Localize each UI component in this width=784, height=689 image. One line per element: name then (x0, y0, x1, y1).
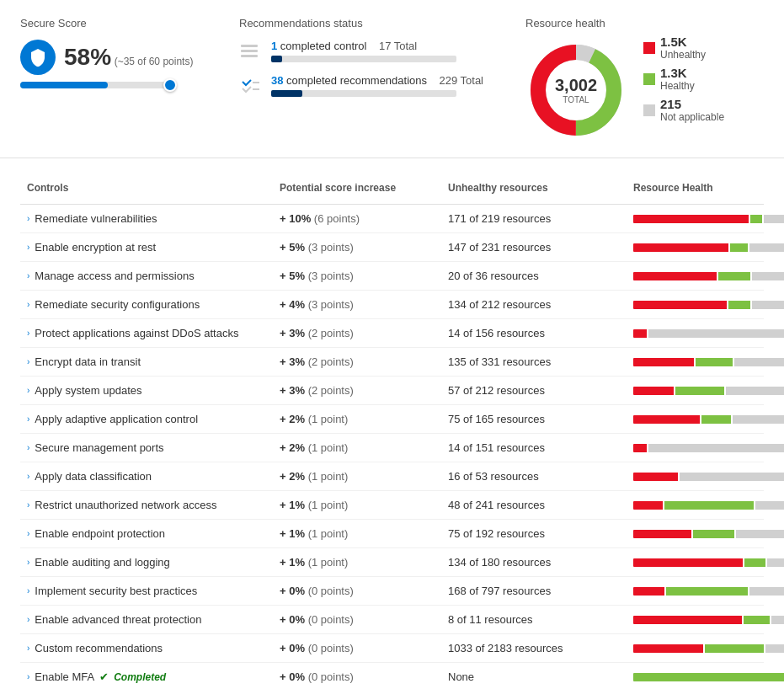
red-segment (633, 530, 691, 538)
control-name: Encrypt data in transit (35, 355, 141, 368)
col-score-5: + 3% (2 points) (280, 355, 448, 368)
col-unhealthy-14: 8 of 11 resources (448, 613, 633, 626)
health-bar-8 (633, 444, 784, 452)
col-score-11: + 1% (1 point) (280, 527, 448, 540)
control-name: Apply data classification (35, 470, 152, 483)
col-control-5[interactable]: ›Encrypt data in transit (27, 355, 280, 368)
col-score-13: + 0% (0 points) (280, 585, 448, 597)
healthy-legend-color (643, 73, 655, 85)
col-control-0[interactable]: ›Remediate vulnerabilities (27, 212, 280, 225)
gray-segment (749, 587, 784, 596)
table-row: ›Enable endpoint protection+ 1% (1 point… (20, 520, 764, 548)
col-health-bar-5 (633, 358, 784, 366)
col-control-4[interactable]: ›Protect applications against DDoS attac… (27, 327, 280, 339)
donut-total: 3,002 (555, 76, 597, 95)
green-segment (666, 587, 748, 596)
red-segment (633, 215, 749, 223)
na-label: Not applicable (660, 111, 724, 123)
col-control-14[interactable]: ›Enable advanced threat protection (27, 613, 280, 626)
control-name: Remediate vulnerabilities (35, 212, 157, 225)
col-unhealthy-6: 57 of 212 resources (448, 384, 633, 397)
score-value: 58% (64, 44, 111, 70)
red-segment (633, 387, 674, 395)
red-segment (633, 616, 742, 624)
col-health-bar-3 (633, 301, 784, 309)
col-score-2: + 5% (3 points) (280, 270, 448, 282)
healthy-value: 1.3K (660, 66, 695, 80)
expand-chevron[interactable]: › (27, 300, 29, 309)
col-health-bar-15 (633, 644, 784, 653)
recommendations-section: Recommendations status 1 completed contr… (239, 17, 492, 141)
health-bar-10 (633, 501, 784, 510)
col-control-11[interactable]: ›Enable endpoint protection (27, 527, 280, 540)
completed-control-text: 1 completed control 17 Total (271, 40, 492, 62)
col-unhealthy-13: 168 of 797 resources (448, 585, 633, 597)
col-health-bar-7 (633, 415, 784, 424)
col-control-3[interactable]: ›Remediate security configurations (27, 298, 280, 311)
expand-chevron[interactable]: › (27, 414, 29, 424)
health-bar-4 (633, 329, 784, 338)
col-control-13[interactable]: ›Implement security best practices (27, 585, 280, 597)
control-name: Restrict unauthorized network access (35, 499, 216, 511)
expand-chevron[interactable]: › (27, 472, 29, 481)
health-bar-11 (633, 530, 784, 538)
green-segment (701, 415, 731, 424)
col-score-9: + 2% (1 point) (280, 470, 448, 483)
expand-chevron[interactable]: › (27, 529, 29, 538)
col-control-6[interactable]: ›Apply system updates (27, 384, 280, 397)
gray-segment (648, 444, 784, 452)
control-name: Enable encryption at rest (35, 241, 156, 254)
expand-chevron[interactable]: › (27, 500, 29, 510)
col-control-12[interactable]: ›Enable auditing and logging (27, 556, 280, 569)
col-score-6: + 3% (2 points) (280, 384, 448, 397)
na-value: 215 (660, 97, 724, 111)
expand-chevron[interactable]: › (27, 586, 29, 596)
table-row: ›Restrict unauthorized network access+ 1… (20, 491, 764, 520)
expand-chevron[interactable]: › (27, 243, 29, 252)
col-control-16[interactable]: ›Enable MFA ✔ Completed (27, 670, 280, 683)
expand-chevron[interactable]: › (27, 386, 29, 395)
expand-chevron[interactable]: › (27, 644, 29, 653)
expand-chevron[interactable]: › (27, 214, 29, 223)
table-row: ›Manage access and permissions+ 5% (3 po… (20, 262, 764, 291)
col-control-8[interactable]: ›Secure management ports (27, 441, 280, 454)
expand-chevron[interactable]: › (27, 558, 29, 567)
col-score-4: + 3% (2 points) (280, 327, 448, 339)
unhealthy-value: 1.5K (660, 35, 706, 49)
col-control-10[interactable]: ›Restrict unauthorized network access (27, 499, 280, 511)
health-bar-7 (633, 415, 784, 424)
col-health-bar-2 (633, 272, 784, 280)
gray-segment (752, 301, 784, 309)
gray-segment (726, 387, 784, 395)
col-control-7[interactable]: ›Apply adaptive application control (27, 413, 280, 425)
control-name: Apply system updates (35, 384, 141, 397)
completed-recs-text: 38 completed recommendations 229 Total (271, 74, 492, 97)
control-name: Implement security best practices (35, 585, 197, 597)
col-control-9[interactable]: ›Apply data classification (27, 470, 280, 483)
unhealthy-label: Unhealthy (660, 49, 706, 61)
na-legend-color (643, 104, 655, 116)
expand-chevron[interactable]: › (27, 615, 29, 624)
completed-control-icon (239, 42, 263, 61)
completed-recs-icon (239, 77, 263, 95)
col-unhealthy-3: 134 of 212 resources (448, 298, 633, 311)
expand-chevron[interactable]: › (27, 672, 29, 681)
red-segment (633, 243, 728, 252)
col-control-15[interactable]: ›Custom recommendations (27, 642, 280, 654)
control-name: Enable endpoint protection (35, 527, 165, 540)
col-score-8: + 2% (1 point) (280, 441, 448, 454)
donut-label: TOTAL (555, 95, 597, 104)
col-control-2[interactable]: ›Manage access and permissions (27, 270, 280, 282)
table-row: ›Apply data classification+ 2% (1 point)… (20, 462, 764, 491)
expand-chevron[interactable]: › (27, 357, 29, 366)
expand-chevron[interactable]: › (27, 443, 29, 452)
col-control-1[interactable]: ›Enable encryption at rest (27, 241, 280, 254)
expand-chevron[interactable]: › (27, 271, 29, 280)
table-row: ›Enable encryption at rest+ 5% (3 points… (20, 233, 764, 262)
red-segment (633, 358, 694, 366)
table-row: ›Custom recommendations+ 0% (0 points)10… (20, 634, 764, 663)
col-score-0: + 10% (6 points) (280, 212, 448, 225)
col-unhealthy-4: 14 of 156 resources (448, 327, 633, 339)
expand-chevron[interactable]: › (27, 328, 29, 338)
red-segment (633, 644, 703, 653)
